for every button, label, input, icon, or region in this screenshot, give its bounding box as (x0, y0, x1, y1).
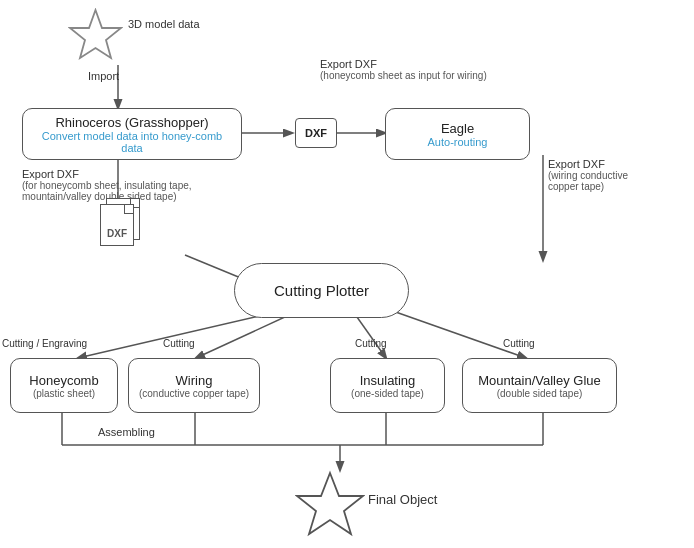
insulating-title: Insulating (360, 373, 416, 388)
export-dxf-right-label: Export DXF (wiring conductive copper tap… (548, 158, 628, 192)
dxf-file-icon: DXF DXF (100, 198, 144, 248)
eagle-subtitle: Auto-routing (428, 136, 488, 148)
rhinoceros-subtitle: Convert model data into honey-comb data (31, 130, 233, 154)
export-dxf-top-label: Export DXF (honeycomb sheet as input for… (320, 58, 487, 81)
import-label: Import (88, 70, 119, 82)
cutting-label-1: Cutting (163, 338, 195, 349)
cutting-label-2: Cutting (355, 338, 387, 349)
svg-marker-19 (70, 10, 121, 58)
insulating-subtitle: (one-sided tape) (351, 388, 424, 399)
honeycomb-title: Honeycomb (29, 373, 98, 388)
wiring-subtitle: (conductive copper tape) (139, 388, 249, 399)
honeycomb-box: Honeycomb (plastic sheet) (10, 358, 118, 413)
final-object-label: Final Object (368, 492, 437, 507)
rhinoceros-title: Rhinoceros (Grasshopper) (55, 115, 208, 130)
cutting-plotter-box: Cutting Plotter (234, 263, 409, 318)
assembling-label: Assembling (98, 426, 155, 438)
export-dxf-left-label: Export DXF (for honeycomb sheet, insulat… (22, 168, 232, 202)
mountain-subtitle: (double sided tape) (497, 388, 583, 399)
wiring-title: Wiring (176, 373, 213, 388)
mountain-title: Mountain/Valley Glue (478, 373, 601, 388)
eagle-title: Eagle (441, 121, 474, 136)
cutting-plotter-label: Cutting Plotter (274, 282, 369, 299)
rhinoceros-box: Rhinoceros (Grasshopper) Convert model d… (22, 108, 242, 160)
svg-line-10 (390, 310, 526, 358)
workflow-diagram: 3D model data Import Rhinoceros (Grassho… (0, 0, 694, 548)
svg-marker-20 (297, 473, 363, 534)
cutting-label-3: Cutting (503, 338, 535, 349)
dxf-intermediate-box: DXF (295, 118, 337, 148)
mountain-valley-box: Mountain/Valley Glue (double sided tape) (462, 358, 617, 413)
final-star (295, 470, 365, 540)
eagle-box: Eagle Auto-routing (385, 108, 530, 160)
cutting-engraving-label: Cutting / Engraving (2, 338, 87, 349)
model-star (68, 8, 123, 63)
model-data-label: 3D model data (128, 18, 200, 30)
wiring-box: Wiring (conductive copper tape) (128, 358, 260, 413)
insulating-box: Insulating (one-sided tape) (330, 358, 445, 413)
honeycomb-subtitle: (plastic sheet) (33, 388, 95, 399)
